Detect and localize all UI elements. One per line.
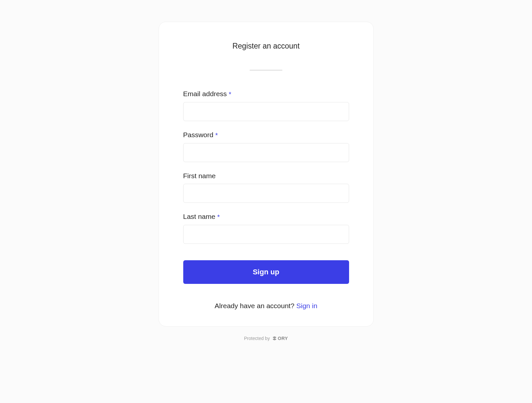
password-label-text: Password: [183, 131, 213, 138]
last-name-label-text: Last name: [183, 213, 215, 220]
protected-by-badge: Protected by ORY: [244, 336, 288, 341]
ory-logo: ORY: [273, 336, 288, 341]
required-asterisk: *: [217, 213, 220, 221]
footer-text: Already have an account? Sign in: [183, 302, 349, 310]
required-asterisk: *: [215, 132, 218, 139]
last-name-field-group: Last name *: [183, 213, 349, 244]
ory-logo-icon: [273, 336, 277, 341]
email-input[interactable]: [183, 102, 349, 121]
first-name-field-group: First name: [183, 172, 349, 203]
email-label: Email address *: [183, 90, 349, 98]
first-name-label: First name: [183, 172, 349, 180]
first-name-input[interactable]: [183, 184, 349, 203]
ory-brand-text: ORY: [278, 336, 288, 341]
registration-card: Register an account Email address * Pass…: [159, 22, 374, 327]
last-name-label: Last name *: [183, 213, 349, 221]
password-input[interactable]: [183, 143, 349, 162]
divider: [250, 70, 282, 71]
page-title: Register an account: [183, 42, 349, 51]
already-have-account-text: Already have an account?: [215, 302, 297, 309]
last-name-input[interactable]: [183, 225, 349, 244]
sign-in-link[interactable]: Sign in: [296, 302, 317, 309]
password-field-group: Password *: [183, 131, 349, 162]
required-asterisk: *: [229, 91, 231, 98]
protected-prefix: Protected by: [244, 336, 270, 341]
sign-up-button[interactable]: Sign up: [183, 260, 349, 284]
password-label: Password *: [183, 131, 349, 139]
first-name-label-text: First name: [183, 172, 216, 180]
email-label-text: Email address: [183, 90, 227, 97]
email-field-group: Email address *: [183, 90, 349, 121]
